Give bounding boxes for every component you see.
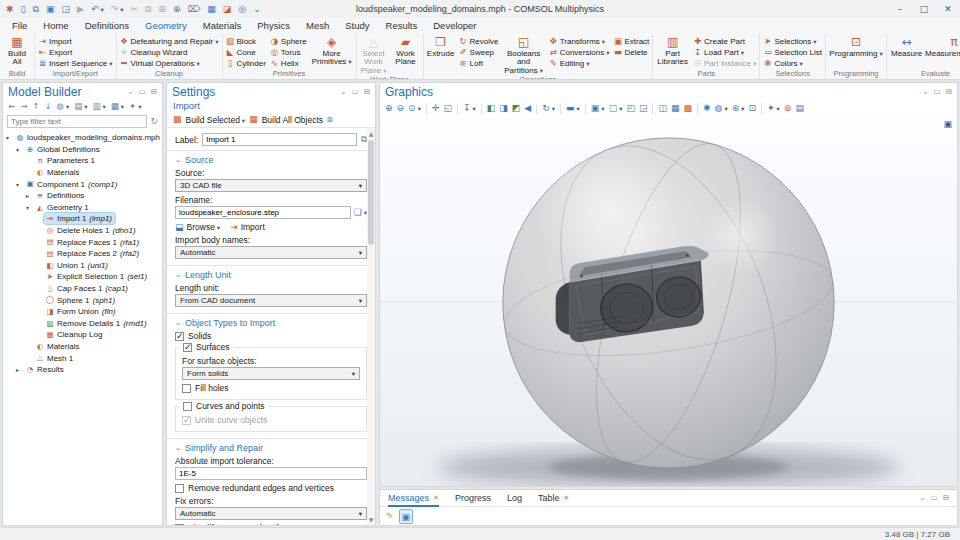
plot-window-icon[interactable]: ▣ <box>943 120 952 129</box>
simplify-curves-row[interactable]: Simplify curves and surfaces <box>175 523 367 526</box>
tree-item-remove-details[interactable]: ▧Remove Details 1(rmd1) <box>3 318 162 330</box>
browse-button[interactable]: ⬓Browse <box>175 222 220 232</box>
search-icon[interactable]: ◎ <box>238 5 246 14</box>
tab-results[interactable]: Results <box>378 18 426 34</box>
cone-button[interactable]: ◣Cone <box>225 47 267 58</box>
booleans-partitions-button[interactable]: ◱ Booleans and Partitions <box>502 35 546 75</box>
load-part-button[interactable]: ↧Load Part <box>692 47 757 58</box>
view-xy-icon[interactable]: ◧ <box>487 104 496 113</box>
simplify-curves-checkbox[interactable] <box>175 524 184 527</box>
forward-icon[interactable]: → <box>20 102 27 111</box>
tree-item-form-union[interactable]: ◨Form Union(fin) <box>3 306 162 318</box>
export-button[interactable]: ⇤Export <box>37 47 114 58</box>
tab-file[interactable]: File <box>4 18 35 34</box>
graphics-viewport[interactable]: ▣ <box>380 117 957 486</box>
more-primitives-button[interactable]: ◈ More Primitives <box>310 35 354 69</box>
settings-scrollbar[interactable]: ▲ ▼ <box>367 128 375 525</box>
defeaturing-button[interactable]: ❖Defeaturing and Repair <box>119 36 220 47</box>
material-color-icon[interactable]: ▩ <box>683 104 692 113</box>
helix-button[interactable]: ∿Helix <box>269 58 308 69</box>
scene-settings-icon[interactable]: ⊡ <box>748 104 756 113</box>
open-messages-icon[interactable]: ▣ <box>402 513 411 522</box>
tree-item-definitions[interactable]: ≡Definitions <box>3 190 162 202</box>
highlight-mode-icon[interactable]: ▢ <box>609 104 623 113</box>
remove-redundant-checkbox[interactable] <box>175 484 184 493</box>
label-input[interactable] <box>202 133 357 146</box>
tree-item-replace-faces-2[interactable]: ▤Replace Faces 2(rfa2) <box>3 248 162 260</box>
section-length-unit[interactable]: ⌄Length Unit <box>175 270 367 280</box>
toolbar-more-icon[interactable]: ✦ <box>129 102 141 111</box>
delete-button[interactable]: ▬Delete <box>612 47 650 58</box>
tolerance-input[interactable] <box>175 467 367 480</box>
section-simplify-repair[interactable]: ⌄Simplify and Repair <box>175 443 367 453</box>
fill-holes-row[interactable]: Fill holes <box>182 383 360 393</box>
panel-pin-icon[interactable]: ⊟ <box>151 88 157 96</box>
length-unit-select[interactable]: From CAD document <box>175 294 367 307</box>
tree-item-component[interactable]: ▣Component 1(comp1) <box>3 178 162 190</box>
solids-checkbox-row[interactable]: Solids <box>175 331 367 341</box>
view-yz-icon[interactable]: ◨ <box>499 104 508 113</box>
tree-item-explicit-selection[interactable]: ➤Explicit Selection 1(sel1) <box>3 271 162 283</box>
tree-item-root[interactable]: ◍loudspeaker_modeling_domains.mph(root) <box>3 132 162 144</box>
group-view-icon[interactable]: ▦ <box>111 102 124 111</box>
tab-mesh[interactable]: Mesh <box>298 18 337 34</box>
build-all-button[interactable]: ▦ Build All <box>2 35 32 69</box>
back-icon[interactable]: ← <box>8 102 15 111</box>
preview-icon[interactable]: ◲ <box>61 5 70 14</box>
tab-table[interactable]: Table✕ <box>538 490 569 507</box>
section-source[interactable]: ⌄Source <box>175 155 367 165</box>
view-menu-icon[interactable]: ✦ <box>767 104 780 113</box>
colors-button[interactable]: ❋Colors <box>762 58 823 69</box>
panel-float-icon[interactable]: ▭ <box>931 494 938 502</box>
build-all-objects-button[interactable]: Build All Objects <box>262 115 323 125</box>
body-names-select[interactable]: Automatic <box>175 246 367 259</box>
scrollbar-thumb[interactable] <box>368 140 374 245</box>
tab-geometry[interactable]: Geometry <box>137 18 195 34</box>
measurements-button[interactable]: π Measurements <box>926 35 960 69</box>
image-effects-icon[interactable]: ⊛ <box>732 104 745 113</box>
delete-icon[interactable]: ⌦ <box>188 5 201 14</box>
create-part-button[interactable]: ✚Create Part <box>692 36 757 47</box>
tree-item-delete-holes[interactable]: ◎Delete Holes 1(dho1) <box>3 225 162 237</box>
image-snapshot-icon[interactable]: ⊚ <box>784 104 792 113</box>
selection-list-button[interactable]: ≔Selection List <box>762 47 823 58</box>
section-object-types[interactable]: ⌄Object Types to Import <box>175 318 367 328</box>
close-tab-icon[interactable]: ✕ <box>563 495 569 502</box>
solids-checkbox[interactable] <box>175 332 184 341</box>
panel-menu-icon[interactable]: ⌄ <box>127 88 133 96</box>
go-to-default-view-icon[interactable]: ✛ <box>432 104 440 113</box>
tab-home[interactable]: Home <box>35 18 76 34</box>
curves-points-checkbox[interactable] <box>183 402 192 411</box>
selections-button[interactable]: ➤Selections <box>762 36 823 47</box>
sweep-button[interactable]: ✐Sweep <box>458 47 500 58</box>
tree-item-geometry[interactable]: ◭Geometry 1 <box>3 202 162 214</box>
tree-item-global-definitions[interactable]: ⊕Global Definitions <box>3 144 162 156</box>
mesh-build-icon[interactable]: ⧈ <box>327 115 333 124</box>
tab-messages[interactable]: Messages✕ <box>388 490 439 507</box>
loft-button[interactable]: ≋Loft <box>458 58 500 69</box>
cleanup-wizard-button[interactable]: ✧Cleanup Wizard <box>119 47 220 58</box>
fill-holes-checkbox[interactable] <box>182 384 191 393</box>
tree-item-cap-faces[interactable]: ▯Cap Faces 1(cap1) <box>3 283 162 295</box>
tab-study[interactable]: Study <box>337 18 377 34</box>
filter-input[interactable] <box>7 115 147 128</box>
panel-menu-icon[interactable]: ⌄ <box>340 88 346 96</box>
open-file-icon[interactable]: ⧉ <box>33 5 39 14</box>
panel-menu-icon[interactable]: ⌄ <box>919 494 925 502</box>
close-tab-icon[interactable]: ✕ <box>433 495 439 502</box>
close-button[interactable]: ✕ <box>936 0 960 18</box>
revolve-button[interactable]: ↻Revolve <box>458 36 500 47</box>
customize-toolbar-icon[interactable]: ⌄ <box>253 5 261 14</box>
select-mode-icon[interactable]: ▣ <box>591 104 605 113</box>
mirror-view-icon[interactable]: ◀ <box>524 104 531 113</box>
programming-button[interactable]: ⊡ Programming <box>828 35 884 69</box>
tab-log[interactable]: Log <box>507 490 522 507</box>
transforms-button[interactable]: ✥Transforms <box>548 36 611 47</box>
import-button[interactable]: ⇥Import <box>37 36 114 47</box>
conversions-button[interactable]: ⇄Conversions <box>548 47 611 58</box>
panel-float-icon[interactable]: ▭ <box>934 88 941 96</box>
duplicate-icon[interactable]: ⊕ <box>173 5 181 14</box>
minimize-button[interactable]: – <box>888 0 912 18</box>
virtual-operations-button[interactable]: ➥Virtual Operations <box>119 58 220 69</box>
expand-all-icon[interactable]: ▥ <box>92 102 105 111</box>
